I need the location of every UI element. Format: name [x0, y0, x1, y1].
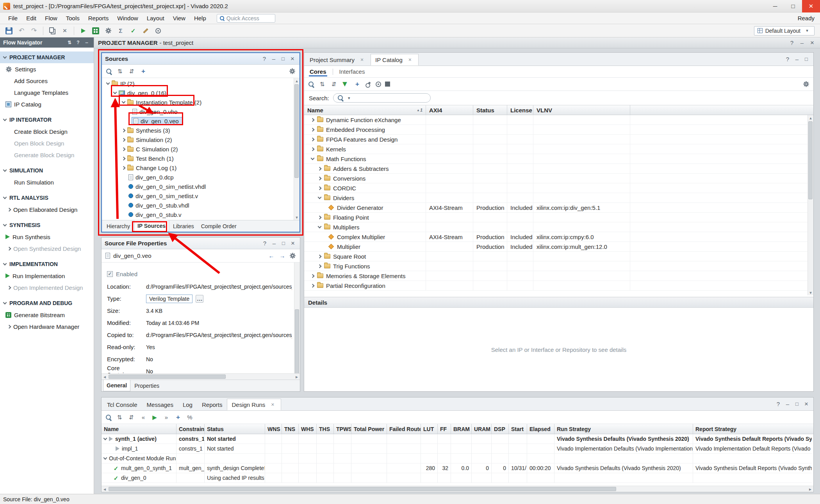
tree-item-simulation[interactable]: Simulation (2) — [102, 135, 299, 144]
flow-nav-item-create-block-design[interactable]: Create Block Design — [0, 126, 94, 137]
layout-selector[interactable]: Default Layout — [754, 26, 815, 35]
flow-nav-item-open-block-design[interactable]: Open Block Design — [0, 137, 94, 149]
collapse-all-icon[interactable] — [116, 67, 124, 75]
window-minimize-button[interactable]: ─ — [766, 0, 784, 12]
edit-button[interactable] — [141, 26, 151, 36]
step-back-icon[interactable] — [139, 413, 147, 421]
help-icon[interactable] — [261, 240, 269, 247]
catalog-scrollbar[interactable] — [808, 115, 813, 295]
catalog-row-dividers[interactable]: Dividers — [304, 193, 813, 203]
column-whs[interactable]: WHS — [299, 424, 317, 434]
flow-nav-minimize-icon[interactable] — [83, 39, 91, 46]
subtab-cores[interactable]: Cores — [309, 67, 327, 76]
tab-log[interactable]: Log — [178, 399, 197, 410]
flow-nav-section-project-manager[interactable]: PROJECT MANAGER — [0, 51, 94, 63]
close-tab-icon[interactable] — [406, 56, 414, 64]
chevron-right-icon[interactable] — [7, 286, 11, 289]
float-icon[interactable] — [280, 240, 287, 247]
flow-nav-item-language-templates[interactable]: Language Templates — [0, 87, 94, 98]
settings-gear-icon[interactable] — [289, 68, 296, 75]
validate-button[interactable] — [128, 26, 138, 36]
catalog-row-dynamic-function-exchange[interactable]: Dynamic Function eXchange — [304, 115, 813, 125]
column-report-strategy[interactable]: Report Strategy — [693, 424, 812, 434]
scroll-left-icon[interactable] — [102, 373, 108, 381]
flow-nav-section-ip-integrator[interactable]: IP INTEGRATOR — [0, 114, 94, 126]
chevron-right-icon[interactable] — [7, 325, 11, 328]
close-icon[interactable] — [289, 55, 296, 63]
type-combobox[interactable]: Verilog Template — [146, 295, 193, 303]
collapse-all-icon[interactable] — [116, 413, 123, 421]
catalog-row-memories-storage[interactable]: Memories & Storage Elements — [304, 271, 813, 281]
menu-help[interactable]: Help — [190, 12, 210, 24]
add-repository-icon[interactable] — [353, 80, 361, 88]
close-icon[interactable] — [289, 240, 297, 247]
chevron-right-icon[interactable] — [122, 166, 126, 170]
window-close-button[interactable]: ✕ — [802, 0, 820, 12]
chevron-down-icon[interactable] — [103, 456, 107, 460]
close-icon[interactable] — [808, 39, 816, 47]
flow-nav-item-run-simulation[interactable]: Run Simulation — [0, 176, 94, 188]
menu-reports[interactable]: Reports — [84, 12, 113, 24]
flow-nav-item-generate-bitstream[interactable]: Generate Bitstream — [0, 309, 94, 321]
chevron-right-icon[interactable] — [318, 176, 322, 180]
tree-item-sim-netlist-vhdl[interactable]: div_gen_0_sim_netlist.vhdl — [102, 182, 299, 191]
chevron-down-icon[interactable] — [103, 437, 107, 440]
tree-item-div-gen-vho[interactable]: div_gen_0.vho — [102, 107, 299, 116]
column-tns[interactable]: TNS — [282, 424, 299, 434]
flow-nav-help-icon[interactable] — [74, 39, 82, 46]
flow-nav-item-generate-block-design[interactable]: Generate Block Design — [0, 149, 94, 161]
float-icon[interactable] — [793, 400, 801, 408]
scroll-up-icon[interactable] — [807, 115, 815, 121]
float-icon[interactable] — [802, 55, 810, 63]
flow-nav-item-run-implementation[interactable]: Run Implementation — [0, 270, 94, 282]
run-row-ooc-group[interactable]: Out-of-Context Module Runs — [102, 454, 813, 463]
column-start[interactable]: Start — [509, 424, 527, 434]
catalog-row-complex-multiplier[interactable]: Complex MultiplierAXI4-StreamProductionI… — [304, 232, 813, 242]
catalog-row-partial-reconfiguration[interactable]: Partial Reconfiguration — [304, 281, 813, 291]
column-tpws[interactable]: TPWS — [334, 424, 351, 434]
column-ff[interactable]: FF — [438, 424, 451, 434]
add-sources-icon[interactable] — [139, 67, 147, 75]
catalog-row-divider-generator[interactable]: Divider GeneratorAXI4-StreamProductionIn… — [304, 203, 813, 213]
menu-layout[interactable]: Layout — [143, 12, 169, 24]
scroll-right-icon[interactable] — [807, 485, 813, 493]
catalog-row-embedded-processing[interactable]: Embedded Processing — [304, 125, 813, 135]
undo-button[interactable] — [16, 26, 27, 36]
flow-nav-section-implementation[interactable]: IMPLEMENTATION — [0, 258, 94, 270]
column-ths[interactable]: THS — [317, 424, 334, 434]
scrollbar-thumb[interactable] — [295, 309, 299, 373]
chevron-right-icon[interactable] — [122, 138, 126, 142]
catalog-row-fpga-features[interactable]: FPGA Features and Design — [304, 135, 813, 144]
scroll-down-icon[interactable] — [807, 290, 815, 295]
catalog-row-square-root[interactable]: Square Root — [304, 252, 813, 261]
flow-nav-section-synthesis[interactable]: SYNTHESIS — [0, 219, 94, 231]
delete-button[interactable] — [60, 26, 70, 36]
catalog-row-multipliers[interactable]: Multipliers — [304, 222, 813, 232]
minimize-icon[interactable] — [270, 240, 278, 247]
menu-file[interactable]: File — [4, 12, 22, 24]
catalog-row-conversions[interactable]: Conversions — [304, 174, 813, 183]
flow-nav-item-open-synthesized-design[interactable]: Open Synthesized Design — [0, 243, 94, 254]
column-license[interactable]: License — [507, 105, 533, 115]
flow-nav-item-open-elaborated-design[interactable]: Open Elaborated Design — [0, 204, 94, 215]
column-vlnv[interactable]: VLNV — [533, 105, 630, 115]
chevron-right-icon[interactable] — [311, 137, 315, 141]
tab-libraries[interactable]: Libraries — [170, 220, 197, 232]
tree-item-div-gen-veo[interactable]: div_gen_0.veo — [102, 116, 299, 126]
run-row-mult-gen-synth[interactable]: mult_gen_0_synth_1 mult_gen_0 synth_desi… — [102, 463, 813, 473]
chevron-right-icon[interactable] — [122, 156, 126, 160]
tree-item-instantiation-template[interactable]: Instantiation Template (2) — [102, 98, 299, 107]
chevron-right-icon[interactable] — [122, 147, 126, 151]
menu-view[interactable]: View — [169, 12, 190, 24]
save-button[interactable] — [4, 26, 14, 36]
settings-gear-icon[interactable] — [803, 81, 809, 87]
scrollbar-thumb[interactable] — [109, 374, 226, 379]
column-axi4[interactable]: AXI4 — [426, 105, 473, 115]
tree-item-stub-vhdl[interactable]: div_gen_0_stub.vhdl — [102, 201, 299, 210]
tree-item-sim-netlist-v[interactable]: div_gen_0_sim_netlist.v — [102, 191, 299, 201]
tree-item-stub-v[interactable]: div_gen_0_stub.v — [102, 210, 299, 219]
minimize-icon[interactable] — [270, 55, 278, 63]
chevron-right-icon[interactable] — [7, 208, 11, 211]
search-icon[interactable] — [105, 414, 112, 421]
tab-ip-sources[interactable]: IP Sources — [134, 220, 169, 232]
